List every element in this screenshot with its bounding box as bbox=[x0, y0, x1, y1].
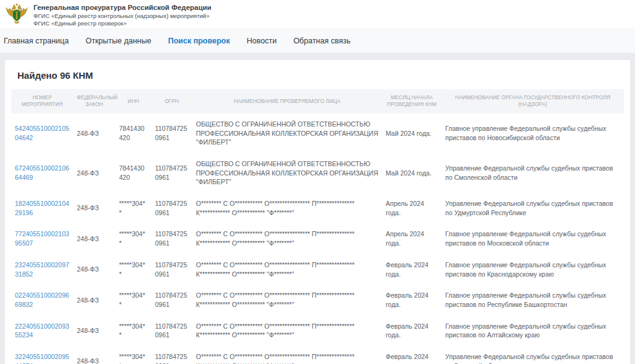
nav-item-home[interactable]: Главная страница bbox=[4, 37, 69, 45]
cell-start-month: Февраль 2024 года. bbox=[382, 316, 442, 346]
cell-start-month: Февраль 2024 года. bbox=[382, 346, 442, 364]
cell-inn: *****304** bbox=[115, 316, 151, 346]
table-row: 77240551000210395507 248-ФЗ *****304** 1… bbox=[11, 223, 624, 254]
cell-federal-law: 248-ФЗ bbox=[73, 113, 115, 153]
cell-federal-law: 248-ФЗ bbox=[73, 285, 115, 315]
cell-inspection-number: 32240551000209544874 bbox=[11, 346, 73, 364]
inspection-number-link[interactable]: 22240551000209355234 bbox=[15, 322, 69, 339]
cell-inspection-number: 67240551000210664469 bbox=[11, 153, 73, 193]
inspection-number-link[interactable]: 23240551000209731852 bbox=[15, 261, 69, 278]
inspection-number-link[interactable]: 32240551000209544874 bbox=[15, 353, 69, 364]
column-header-ogrn: ОГРН bbox=[151, 89, 192, 113]
cell-control-organ: Управление Федеральной службы судебных п… bbox=[442, 153, 624, 193]
prosecutor-emblem-icon bbox=[5, 2, 29, 27]
cell-inn: 7841430420 bbox=[115, 153, 151, 193]
cell-control-organ: Управление Федеральной службы судебных п… bbox=[442, 193, 624, 223]
cell-entity-name: О******** С О*********** О**************… bbox=[192, 346, 382, 364]
fgis-subtitle-1: ФГИС «Единый реестр контрольных (надзорн… bbox=[33, 12, 211, 20]
column-header-entity-name: НАИМЕНОВАНИЕ ПРОВЕРЯЕМОГО ЛИЦА bbox=[192, 89, 382, 113]
results-card: Найдено 96 КНМ НОМЕР МЕРОПРИЯТИЯ ФЕДЕРАЛ… bbox=[5, 60, 630, 364]
column-header-inn: ИНН bbox=[115, 89, 151, 113]
cell-entity-name: О******** С О*********** О**************… bbox=[192, 316, 382, 346]
column-header-start-month: МЕСЯЦ НАЧАЛА ПРОВЕДЕНИЯ КНМ bbox=[382, 89, 442, 113]
org-title: Генеральная прокуратура Российской Федер… bbox=[33, 4, 211, 12]
cell-inspection-number: 23240551000209731852 bbox=[11, 254, 73, 285]
cell-start-month: Май 2024 года. bbox=[382, 113, 442, 153]
cell-ogrn: 1107847250961 bbox=[151, 113, 192, 153]
cell-federal-law: 248-ФЗ bbox=[73, 254, 115, 285]
cell-entity-name: О******** С О*********** О**************… bbox=[192, 223, 382, 254]
column-header-number: НОМЕР МЕРОПРИЯТИЯ bbox=[11, 89, 73, 113]
inspection-number-link[interactable]: 02240551000209669832 bbox=[15, 291, 69, 308]
nav-item-search-inspections[interactable]: Поиск проверок bbox=[168, 37, 230, 45]
fgis-subtitle-2: ФГИС «Единый реестр проверок» bbox=[33, 20, 211, 27]
cell-control-organ: Управление Федеральной службы судебных п… bbox=[442, 346, 624, 364]
inspection-number-link[interactable]: 67240551000210664469 bbox=[15, 164, 69, 181]
cell-entity-name: ОБЩЕСТВО С ОГРАНИЧЕННОЙ ОТВЕТСТВЕННОСТЬЮ… bbox=[192, 153, 382, 193]
cell-federal-law: 248-ФЗ bbox=[73, 223, 115, 254]
results-table: НОМЕР МЕРОПРИЯТИЯ ФЕДЕРАЛЬНЫЙ ЗАКОН ИНН … bbox=[11, 89, 624, 364]
cell-inn: *****304** bbox=[115, 223, 151, 254]
site-header: Генеральная прокуратура Российской Федер… bbox=[0, 0, 635, 29]
table-row: 67240551000210664469 248-ФЗ 7841430420 1… bbox=[11, 153, 624, 193]
cell-ogrn: 1107847250961 bbox=[151, 223, 192, 254]
results-table-body: 54240551000210504642 248-ФЗ 7841430420 1… bbox=[11, 113, 624, 364]
cell-control-organ: Главное управление Федеральной службы су… bbox=[442, 316, 624, 346]
cell-control-organ: Главное управление Федеральной службы су… bbox=[442, 113, 624, 153]
cell-start-month: Февраль 2024 года. bbox=[382, 285, 442, 315]
cell-federal-law: 248-ФЗ bbox=[73, 346, 115, 364]
cell-entity-name: О******** С О*********** О**************… bbox=[192, 254, 382, 285]
site-title-block: Генеральная прокуратура Российской Федер… bbox=[33, 2, 211, 27]
results-table-header: НОМЕР МЕРОПРИЯТИЯ ФЕДЕРАЛЬНЫЙ ЗАКОН ИНН … bbox=[11, 89, 624, 113]
cell-entity-name: ОБЩЕСТВО С ОГРАНИЧЕННОЙ ОТВЕТСТВЕННОСТЬЮ… bbox=[192, 113, 382, 153]
column-header-law: ФЕДЕРАЛЬНЫЙ ЗАКОН bbox=[73, 89, 115, 113]
cell-inspection-number: 54240551000210504642 bbox=[11, 113, 73, 153]
cell-federal-law: 248-ФЗ bbox=[73, 316, 115, 346]
cell-ogrn: 1107847250961 bbox=[151, 316, 192, 346]
cell-inspection-number: 02240551000209669832 bbox=[11, 285, 73, 315]
table-row: 02240551000209669832 248-ФЗ *****304** 1… bbox=[11, 285, 624, 315]
table-row: 54240551000210504642 248-ФЗ 7841430420 1… bbox=[11, 113, 624, 153]
cell-inn: *****304** bbox=[115, 254, 151, 285]
cell-inn: *****304** bbox=[115, 346, 151, 364]
cell-inspection-number: 18240551000210429196 bbox=[11, 193, 73, 223]
cell-federal-law: 248-ФЗ bbox=[73, 193, 115, 223]
results-count-title: Найдено 96 КНМ bbox=[17, 70, 624, 81]
table-row: 22240551000209355234 248-ФЗ *****304** 1… bbox=[11, 316, 624, 346]
nav-item-news[interactable]: Новости bbox=[247, 37, 277, 45]
column-header-control-organ: НАИМЕНОВАНИЕ ОРГАНА ГОСУДАРСТВЕННОГО КОН… bbox=[442, 89, 624, 113]
table-row: 18240551000210429196 248-ФЗ *****304** 1… bbox=[11, 193, 624, 223]
table-row: 23240551000209731852 248-ФЗ *****304** 1… bbox=[11, 254, 624, 285]
cell-inspection-number: 77240551000210395507 bbox=[11, 223, 73, 254]
cell-ogrn: 1107847250961 bbox=[151, 193, 192, 223]
cell-inn: *****304** bbox=[115, 193, 151, 223]
cell-inn: 7841430420 bbox=[115, 113, 151, 153]
nav-item-feedback[interactable]: Обратная связь bbox=[293, 37, 350, 45]
cell-ogrn: 1107847250961 bbox=[151, 285, 192, 315]
cell-start-month: Апрель 2024 года. bbox=[382, 193, 442, 223]
cell-control-organ: Главное управление Федеральной службы су… bbox=[442, 223, 624, 254]
cell-ogrn: 1107847250961 bbox=[151, 153, 192, 193]
cell-ogrn: 1107847250961 bbox=[151, 254, 192, 285]
cell-start-month: Апрель 2024 года. bbox=[382, 223, 442, 254]
inspection-number-link[interactable]: 77240551000210395507 bbox=[15, 230, 69, 247]
table-row: 32240551000209544874 248-ФЗ *****304** 1… bbox=[11, 346, 624, 364]
main-nav: Главная страница Открытые данные Поиск п… bbox=[0, 29, 635, 53]
cell-inspection-number: 22240551000209355234 bbox=[11, 316, 73, 346]
cell-entity-name: О******** С О*********** О**************… bbox=[192, 193, 382, 223]
nav-item-open-data[interactable]: Открытые данные bbox=[86, 37, 151, 45]
inspection-number-link[interactable]: 18240551000210429196 bbox=[15, 200, 69, 216]
cell-ogrn: 1107847250961 bbox=[151, 346, 192, 364]
cell-federal-law: 248-ФЗ bbox=[73, 153, 115, 193]
cell-inn: *****304** bbox=[115, 285, 151, 315]
cell-control-organ: Главное управление Федеральной службы су… bbox=[442, 254, 624, 285]
cell-entity-name: О******** С О*********** О**************… bbox=[192, 285, 382, 315]
cell-control-organ: Главное управление Федеральной службы су… bbox=[442, 285, 624, 315]
cell-start-month: Май 2024 года. bbox=[382, 153, 442, 193]
cell-start-month: Февраль 2024 года. bbox=[382, 254, 442, 285]
inspection-number-link[interactable]: 54240551000210504642 bbox=[15, 125, 69, 141]
